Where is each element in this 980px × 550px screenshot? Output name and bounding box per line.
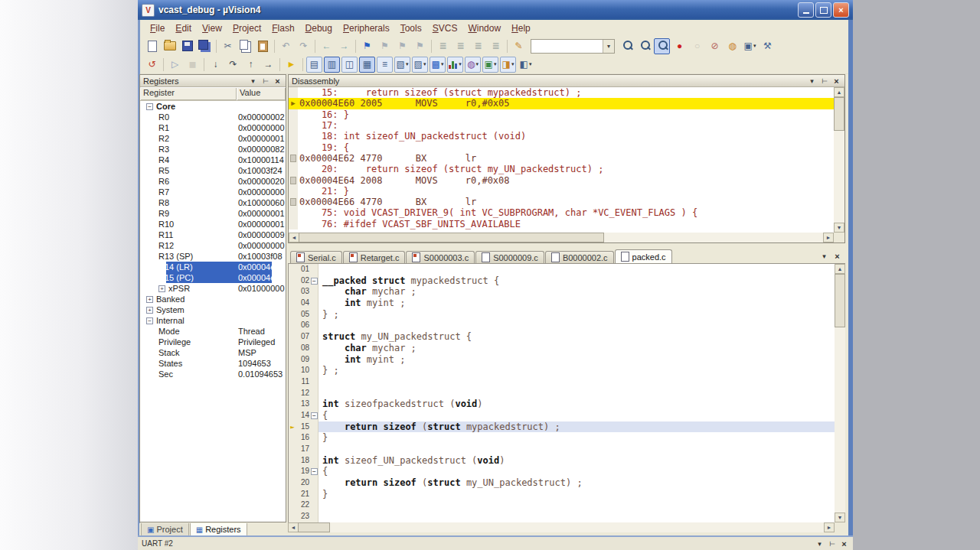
menu-edit[interactable]: Edit — [170, 21, 197, 35]
disassembly-margin[interactable] — [289, 153, 298, 164]
editor-line[interactable]: ►15 return sizeof (struct mypackedstruct… — [289, 421, 835, 433]
editor-tab-s0000009.c[interactable]: S0000009.c — [475, 251, 544, 263]
step-over-icon[interactable]: ↷ — [225, 57, 241, 73]
search-combo[interactable]: ▾ — [531, 39, 615, 54]
scrollbar-thumb[interactable] — [835, 274, 845, 327]
dropdown-arrow-icon[interactable]: ▾ — [753, 43, 756, 49]
editor-line[interactable]: 21} — [289, 489, 835, 500]
run-icon[interactable]: ▷ — [167, 57, 183, 73]
register-row[interactable]: R20x00000001 — [140, 133, 286, 144]
code-text[interactable]: __packed struct mypackedstruct { — [318, 275, 835, 287]
menu-peripherals[interactable]: Peripherals — [338, 21, 395, 35]
code-text[interactable]: } — [318, 432, 835, 444]
register-value[interactable]: Thread — [238, 327, 265, 336]
code-text[interactable]: int sizeofpackedstruct (void) — [318, 399, 835, 410]
code-text[interactable] — [318, 388, 835, 399]
register-value[interactable]: 0x10000060 — [238, 198, 285, 207]
register-value[interactable]: 0x00000020 — [238, 177, 285, 186]
trace-window-icon[interactable]: ◍▾ — [465, 57, 481, 73]
fold-margin[interactable] — [311, 376, 318, 388]
indent-left-icon[interactable]: ≣ — [435, 38, 451, 54]
expand-icon[interactable]: + — [158, 285, 165, 292]
editor-line[interactable]: 08 char mychar ; — [289, 343, 835, 354]
redo-icon[interactable]: ↷ — [296, 38, 312, 54]
menu-debug[interactable]: Debug — [300, 21, 338, 35]
editor-margin[interactable] — [289, 489, 296, 500]
register-value[interactable]: 0x00000002 — [238, 112, 285, 122]
pin-icon[interactable] — [819, 76, 829, 86]
find-icon[interactable] — [636, 38, 652, 54]
register-value[interactable]: 0x01000000 — [238, 284, 285, 293]
fold-collapse-icon[interactable]: − — [311, 412, 318, 419]
register-row[interactable]: R90x00000001 — [140, 208, 286, 219]
register-row[interactable]: +Banked — [140, 294, 286, 304]
register-row[interactable]: −Core — [140, 101, 286, 112]
register-row[interactable]: R60x00000020 — [140, 176, 286, 187]
fold-margin[interactable] — [311, 489, 318, 500]
editor-line[interactable]: 16} — [289, 432, 835, 444]
combo-dropdown-icon[interactable]: ▾ — [603, 40, 614, 53]
editor-line[interactable]: 10} ; — [289, 365, 835, 376]
register-value[interactable]: 0x00000001 — [238, 220, 285, 229]
register-row[interactable]: R50x10003f24 — [140, 165, 286, 176]
fold-collapse-icon[interactable]: − — [311, 468, 318, 475]
title-bar[interactable]: V vcast_debug - µVision4 × — [138, 0, 853, 20]
indent-right-icon[interactable]: ≣ — [452, 38, 469, 54]
register-row[interactable]: R14 (LR)0x00004ea5 — [140, 262, 286, 272]
register-row[interactable]: StackMSP — [140, 347, 286, 358]
editor-vertical-scrollbar[interactable]: ▲ ▼ — [835, 264, 845, 522]
editor-line[interactable]: 09 int myint ; — [289, 354, 835, 366]
editor-line[interactable]: 23 — [289, 511, 835, 522]
register-row[interactable]: R110x00000009 — [140, 229, 286, 240]
disassembly-margin[interactable] — [289, 207, 298, 218]
editor-margin[interactable] — [289, 477, 296, 489]
editor-margin[interactable] — [289, 264, 296, 275]
register-column-label[interactable]: Register — [140, 87, 237, 100]
disassembly-margin[interactable] — [289, 186, 298, 197]
register-row[interactable]: Sec0.01094653 — [140, 369, 286, 379]
register-row[interactable]: −Internal — [140, 315, 286, 326]
collapse-icon[interactable]: − — [146, 317, 153, 324]
code-text[interactable] — [318, 320, 835, 331]
dock-splitter[interactable] — [288, 243, 845, 250]
scroll-left-icon[interactable]: ◄ — [289, 233, 299, 242]
collapse-icon[interactable]: − — [146, 103, 153, 110]
fold-collapse-icon[interactable]: − — [311, 278, 318, 285]
code-text[interactable] — [318, 500, 835, 511]
editor-line[interactable]: 22 — [289, 500, 835, 511]
dropdown-arrow-icon[interactable]: ▾ — [441, 61, 444, 67]
fold-margin[interactable] — [311, 309, 318, 321]
register-value[interactable]: 0x00000082 — [238, 145, 285, 154]
command-window-icon[interactable]: ▤ — [306, 57, 322, 73]
register-row[interactable]: R15 (PC)0x00004e60 — [140, 272, 286, 283]
register-value[interactable]: 0x00000000 — [238, 123, 285, 132]
editor-horizontal-scrollbar[interactable]: ◄ ► — [288, 522, 835, 532]
code-text[interactable]: return sizeof (struct mypackedstruct) ; — [318, 421, 835, 433]
disassembly-margin[interactable] — [289, 87, 298, 98]
register-value[interactable]: 0.01094653 — [238, 369, 283, 379]
editor-line[interactable]: 04 int myint ; — [289, 298, 835, 309]
disassembly-margin[interactable] — [289, 109, 298, 120]
fold-margin[interactable] — [311, 286, 318, 298]
close-icon[interactable] — [273, 76, 283, 86]
disassembly-margin[interactable]: ► — [289, 98, 298, 109]
fold-margin[interactable] — [311, 264, 318, 275]
scroll-right-icon[interactable]: ► — [823, 233, 834, 242]
register-row[interactable]: ModeThread — [140, 326, 286, 337]
expand-icon[interactable]: + — [146, 296, 153, 303]
editor-margin[interactable] — [289, 466, 296, 477]
register-value[interactable]: 0x00000000 — [238, 241, 285, 250]
find-in-files-icon[interactable] — [619, 38, 635, 54]
registers-window-icon[interactable]: ▦ — [359, 57, 375, 73]
undo-icon[interactable]: ↶ — [278, 38, 294, 54]
disable-breakpoints-icon[interactable]: ◍ — [724, 38, 740, 54]
incremental-find-icon[interactable] — [654, 38, 670, 54]
fold-margin[interactable] — [311, 399, 318, 410]
editor-margin[interactable] — [289, 444, 296, 455]
fold-margin[interactable] — [311, 444, 318, 455]
dock-tab-project[interactable]: ▣Project — [141, 523, 189, 536]
code-text[interactable]: { — [318, 466, 835, 477]
register-row[interactable]: R40x10000114 — [140, 155, 286, 165]
step-into-icon[interactable]: ↓ — [207, 57, 224, 73]
editor-margin[interactable] — [289, 354, 296, 366]
